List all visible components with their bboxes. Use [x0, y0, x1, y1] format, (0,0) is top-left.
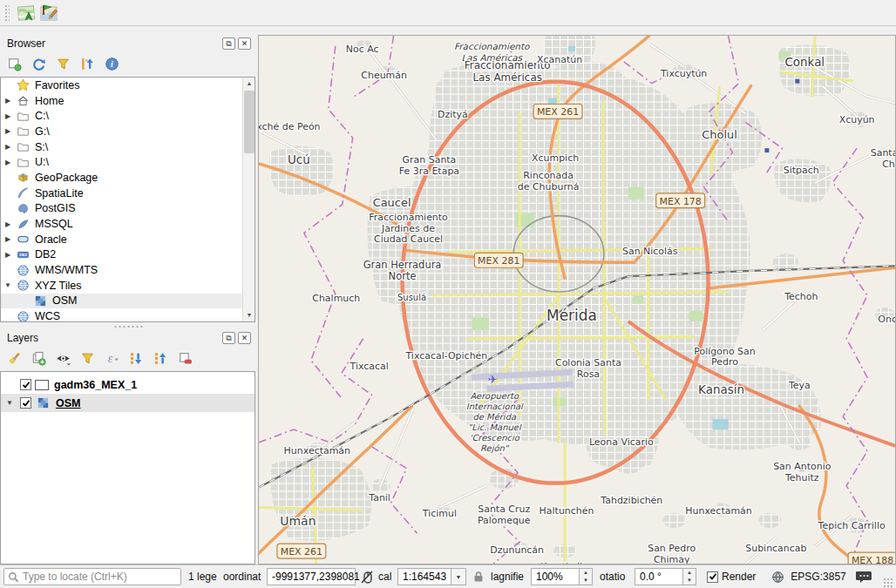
expander-down-icon[interactable]: ▼ — [1, 281, 15, 289]
airplane-icon: ✈ — [488, 373, 498, 386]
layer-symbol-tiles-icon — [35, 396, 51, 410]
browser-toolbar: i — [0, 51, 256, 77]
expander-right-icon[interactable]: ▶ — [1, 220, 15, 228]
workspace: Browser ⧉ ✕ i Favorites▶Home▶C:\▶G:\▶S:\… — [0, 26, 896, 564]
locator-search-input[interactable]: Type to locate (Ctrl+K) — [3, 568, 181, 585]
expander-right-icon[interactable]: ▶ — [1, 97, 15, 105]
layer-visibility-checkbox[interactable] — [20, 397, 31, 409]
layer-symbol-rectangle — [35, 380, 49, 390]
rotation-input[interactable]: 0.0 ° — [635, 568, 683, 585]
map-label: Umán — [280, 514, 316, 528]
browser-item-s[interactable]: ▶S:\ — [1, 139, 242, 155]
browser-item-label: C:\ — [35, 110, 49, 122]
expander-right-icon[interactable]: ▶ — [1, 159, 15, 166]
layer-row-osm[interactable]: ▼OSM — [1, 394, 255, 412]
park-area — [689, 311, 703, 321]
browser-float-button[interactable]: ⧉ — [222, 37, 235, 50]
browser-close-button[interactable]: ✕ — [238, 37, 251, 50]
resize-grip[interactable] — [883, 578, 893, 588]
osm-map[interactable]: ✈Noc AcFraccionamientoLas AméricasFracci… — [259, 36, 895, 564]
globe-icon — [15, 309, 31, 322]
folder-icon — [15, 140, 31, 154]
svg-text:ε: ε — [107, 352, 112, 365]
browser-scrollbar[interactable]: ▲ ▼ — [242, 78, 255, 321]
browser-item-wcs[interactable]: WCS — [1, 308, 242, 322]
scale-input[interactable]: 1:164543 — [397, 568, 451, 585]
geopackage-icon — [15, 171, 31, 185]
collapse-tree-icon[interactable] — [77, 53, 98, 74]
browser-item-c[interactable]: ▶C:\ — [1, 108, 242, 124]
map-label: Tahdzibichén — [600, 495, 662, 506]
quickmapservices-icon[interactable] — [15, 2, 37, 24]
rotation-spin-arrows[interactable]: ▲▼ — [683, 568, 696, 585]
route-shield: MEX 261 — [533, 104, 582, 118]
browser-item-geopackage[interactable]: GeoPackage — [1, 170, 242, 186]
db2-icon: DB2 — [15, 247, 31, 261]
map-label: Mérida — [546, 307, 597, 324]
browser-item-label: S:\ — [35, 141, 48, 153]
filter-legend-icon[interactable] — [77, 348, 98, 368]
browser-item-mssql[interactable]: ▶MSSQL — [1, 216, 242, 232]
messages-bubble-icon[interactable] — [846, 570, 883, 584]
map-label: Caucel — [373, 196, 411, 209]
layer-visibility-checkbox[interactable] — [20, 379, 31, 390]
refresh-icon[interactable] — [28, 53, 49, 74]
mouse-extents-icon[interactable] — [356, 570, 378, 585]
water-area — [568, 46, 575, 51]
browser-item-oracle[interactable]: ▶Oracle — [1, 232, 242, 247]
coordinate-input[interactable]: -9991377,2398081 — [267, 568, 356, 585]
secondary-road — [603, 101, 605, 434]
browser-item-wms-wmts[interactable]: WMS/WMTS — [1, 262, 242, 278]
expression-filter-icon[interactable]: ε — [101, 348, 122, 368]
expander-right-icon[interactable]: ▶ — [1, 127, 15, 135]
map-label: Tepich Carrillo — [818, 520, 886, 531]
browser-item-osm[interactable]: OSM — [1, 294, 242, 309]
map-label: Ticimul — [422, 508, 457, 519]
lock-scale-icon[interactable] — [466, 571, 491, 583]
expand-all-icon[interactable] — [126, 348, 146, 368]
filter-icon[interactable] — [52, 53, 73, 74]
layers-close-button[interactable]: ✕ — [238, 332, 251, 344]
browser-item-xyz-tiles[interactable]: ▼XYZ Tiles — [1, 278, 242, 294]
quickosm-icon[interactable] — [37, 2, 60, 24]
scroll-down-icon[interactable]: ▼ — [243, 309, 255, 321]
magnifier-spin-arrows[interactable]: ▲▼ — [580, 568, 593, 585]
map-label: Santa CruzPalomeque — [478, 504, 531, 526]
layer-label: gadm36_MEX_1 — [54, 379, 137, 391]
browser-item-postgis[interactable]: PostGIS — [1, 201, 242, 217]
add-group-icon[interactable] — [28, 348, 49, 368]
scrollbar-thumb[interactable] — [244, 91, 255, 153]
add-layer-icon[interactable] — [3, 53, 24, 74]
crs-globe-icon[interactable] — [764, 571, 791, 584]
render-checkbox-label[interactable]: Render — [722, 571, 756, 583]
browser-item-g[interactable]: ▶G:\ — [1, 124, 242, 139]
browser-item-home[interactable]: ▶Home — [1, 93, 242, 109]
crs-value[interactable]: EPSG:3857 — [791, 571, 845, 583]
browser-item-db2[interactable]: ▶DB2DB2 — [1, 247, 242, 263]
browser-item-spatialite[interactable]: SpatiaLite — [1, 186, 242, 201]
expander-right-icon[interactable]: ▶ — [1, 251, 15, 259]
render-checkbox[interactable] — [707, 571, 718, 583]
expander-right-icon[interactable]: ▶ — [1, 235, 15, 243]
toolbar-drag-handle[interactable] — [4, 4, 10, 22]
expander-right-icon[interactable]: ▶ — [1, 112, 15, 120]
map-canvas[interactable]: ✈Noc AcFraccionamientoLas AméricasFracci… — [258, 35, 896, 564]
park-area — [633, 295, 643, 304]
remove-layer-icon[interactable] — [174, 348, 195, 368]
layers-float-button[interactable]: ⧉ — [222, 332, 235, 344]
browser-item-favorites[interactable]: Favorites — [1, 78, 242, 93]
scale-dropdown-arrow[interactable]: ▼ — [451, 568, 466, 585]
style-brush-icon[interactable] — [3, 348, 24, 368]
layer-row-gadm36_mex_1[interactable]: gadm36_MEX_1 — [1, 375, 255, 394]
browser-item-u[interactable]: ▶U:\ — [1, 154, 242, 170]
layer-expander-icon[interactable]: ▼ — [3, 399, 17, 407]
manage-themes-icon[interactable] — [52, 348, 73, 368]
expander-right-icon[interactable]: ▶ — [1, 143, 15, 151]
properties-info-icon[interactable]: i — [101, 53, 122, 74]
scroll-up-icon[interactable]: ▲ — [243, 78, 255, 90]
collapse-all-icon[interactable] — [150, 348, 171, 368]
browser-item-label: XYZ Tiles — [35, 280, 82, 292]
panel-splitter[interactable] — [0, 322, 256, 331]
svg-text:i: i — [111, 59, 113, 69]
magnifier-input[interactable]: 100% — [531, 568, 580, 585]
